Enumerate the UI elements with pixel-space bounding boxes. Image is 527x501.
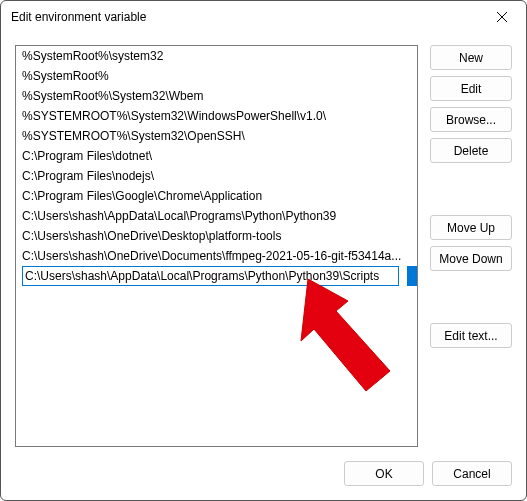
list-item[interactable]: C:\Program Files\nodejs\ — [16, 166, 417, 186]
list-item[interactable]: %SystemRoot%\System32\Wbem — [16, 86, 417, 106]
cancel-button[interactable]: Cancel — [432, 461, 512, 486]
dialog-footer: OK Cancel — [1, 455, 526, 500]
path-listbox[interactable]: %SystemRoot%\system32 %SystemRoot% %Syst… — [15, 45, 418, 447]
titlebar: Edit environment variable — [1, 1, 526, 33]
list-item[interactable]: %SYSTEMROOT%\System32\WindowsPowerShell\… — [16, 106, 417, 126]
ok-button[interactable]: OK — [344, 461, 424, 486]
browse-button[interactable]: Browse... — [430, 107, 512, 132]
list-item[interactable]: %SYSTEMROOT%\System32\OpenSSH\ — [16, 126, 417, 146]
close-icon — [497, 12, 507, 22]
delete-button[interactable]: Delete — [430, 138, 512, 163]
selection-end-marker — [407, 266, 417, 286]
list-item[interactable]: C:\Users\shash\OneDrive\Desktop\platform… — [16, 226, 417, 246]
list-item[interactable]: C:\Users\shash\AppData\Local\Programs\Py… — [16, 206, 417, 226]
list-item[interactable]: C:\Program Files\dotnet\ — [16, 146, 417, 166]
edit-text-button[interactable]: Edit text... — [430, 323, 512, 348]
dialog-title: Edit environment variable — [11, 10, 482, 24]
new-button[interactable]: New — [430, 45, 512, 70]
spacer — [430, 277, 512, 317]
close-button[interactable] — [482, 3, 522, 31]
path-edit-input[interactable] — [22, 266, 399, 286]
move-down-button[interactable]: Move Down — [430, 246, 512, 271]
list-item[interactable]: C:\Users\shash\OneDrive\Documents\ffmpeg… — [16, 246, 417, 266]
spacer — [430, 169, 512, 209]
list-item[interactable]: C:\Program Files\Google\Chrome\Applicati… — [16, 186, 417, 206]
move-up-button[interactable]: Move Up — [430, 215, 512, 240]
side-button-group: New Edit Browse... Delete Move Up Move D… — [430, 45, 512, 447]
content-area: %SystemRoot%\system32 %SystemRoot% %Syst… — [1, 33, 526, 455]
list-item[interactable]: %SystemRoot% — [16, 66, 417, 86]
edit-env-var-dialog: Edit environment variable %SystemRoot%\s… — [0, 0, 527, 501]
list-item[interactable]: %SystemRoot%\system32 — [16, 46, 417, 66]
edit-button[interactable]: Edit — [430, 76, 512, 101]
list-item-editing[interactable] — [16, 266, 417, 286]
